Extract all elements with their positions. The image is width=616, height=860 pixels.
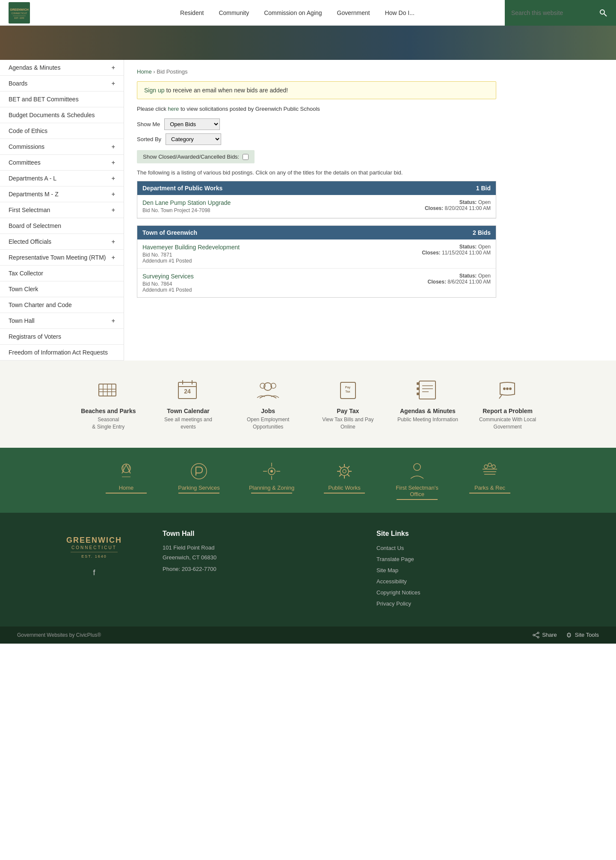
svg-text:GREENWICH: GREENWICH bbox=[10, 8, 29, 11]
dept-link-parking[interactable]: Parking Services bbox=[173, 461, 225, 494]
report-icon bbox=[494, 378, 521, 403]
home-icon bbox=[116, 461, 137, 482]
footer-social-icons: f bbox=[93, 568, 95, 577]
hero-banner bbox=[0, 26, 616, 60]
sorted-by-label: Sorted By bbox=[137, 136, 161, 142]
sidebar-item-charter[interactable]: Town Charter and Code bbox=[0, 297, 124, 313]
search-input[interactable] bbox=[511, 9, 597, 16]
footer-phone: Phone: 203-622-7700 bbox=[163, 566, 351, 572]
search-icon bbox=[599, 9, 607, 17]
breadcrumb-home[interactable]: Home bbox=[137, 68, 152, 75]
svg-point-55 bbox=[414, 464, 421, 470]
expand-icon: + bbox=[112, 64, 115, 71]
main-nav: Resident Community Commission on Aging G… bbox=[90, 9, 505, 16]
quick-link-pay-tax[interactable]: Pay Tax Pay Tax View Tax Bills and Pay O… bbox=[316, 378, 380, 431]
expand-icon: + bbox=[112, 238, 115, 245]
quick-link-report[interactable]: Report a Problem Communicate With Local … bbox=[476, 378, 540, 431]
sidebar-item-depts-m[interactable]: Departments M - Z + bbox=[0, 186, 124, 202]
bid-status: Status: Open Closes: 8/20/2024 11:00 AM bbox=[414, 199, 491, 211]
footer-logo-area: GREENWICH CONNECTICUT EST. 1640 f bbox=[51, 530, 137, 577]
svg-point-66 bbox=[537, 632, 539, 634]
bid-title-0-0[interactable]: Den Lane Pump Station Upgrade bbox=[142, 199, 231, 206]
show-closed-checkbox[interactable] bbox=[243, 154, 249, 160]
svg-line-70 bbox=[535, 635, 537, 637]
sidebar-item-first-selectman[interactable]: First Selectman + bbox=[0, 202, 124, 218]
dept-link-planning[interactable]: Planning & Zoning bbox=[246, 461, 297, 494]
share-icon bbox=[533, 632, 539, 638]
quick-link-jobs[interactable]: Jobs Open Employment Opportunities bbox=[236, 378, 300, 431]
pay-tax-icon: Pay Tax bbox=[334, 378, 362, 403]
nav-how-do-i[interactable]: How Do I... bbox=[385, 9, 415, 16]
site-footer: GREENWICH CONNECTICUT EST. 1640 f Town H… bbox=[0, 513, 616, 627]
breadcrumb: Home › Bid Postings bbox=[137, 68, 496, 75]
site-tools-button[interactable]: Site Tools bbox=[566, 632, 599, 638]
nav-community[interactable]: Community bbox=[219, 9, 249, 16]
sidebar-item-town-clerk[interactable]: Town Clerk bbox=[0, 281, 124, 297]
sidebar-item-tax-collector[interactable]: Tax Collector bbox=[0, 266, 124, 281]
logo-area[interactable]: GREENWICH CONNECTICUT EST. 1640 bbox=[0, 2, 90, 24]
footer-link-sitemap[interactable]: Site Map bbox=[376, 565, 565, 576]
nav-resident[interactable]: Resident bbox=[180, 9, 204, 16]
search-button[interactable] bbox=[597, 9, 610, 17]
sidebar-item-elected[interactable]: Elected Officials + bbox=[0, 234, 124, 250]
footer-link-copyright[interactable]: Copyright Notices bbox=[376, 587, 565, 598]
sidebar-item-depts-a[interactable]: Departments A - L + bbox=[0, 171, 124, 186]
dept-link-selectman[interactable]: First Selectman's Office bbox=[391, 461, 443, 500]
svg-text:GREENWICH: GREENWICH bbox=[66, 536, 122, 544]
quick-link-calendar[interactable]: 24 Town Calendar See all meetings and ev… bbox=[156, 378, 220, 431]
svg-text:EST. 1640: EST. 1640 bbox=[14, 17, 24, 19]
bid-title-1-0[interactable]: Havemeyer Building Redevelopment bbox=[142, 244, 240, 251]
sidebar-item-ethics[interactable]: Code of Ethics bbox=[0, 123, 124, 139]
bid-title-1-1[interactable]: Surveying Services bbox=[142, 273, 194, 280]
svg-point-31 bbox=[503, 387, 506, 390]
facebook-link[interactable]: f bbox=[93, 568, 95, 577]
bid-row: Surveying Services Bid No. 7864 Addendum… bbox=[137, 269, 496, 297]
quick-link-beaches[interactable]: Beaches and Parks Seasonal& Single Entry bbox=[76, 378, 140, 431]
quick-link-title: Agendas & Minutes bbox=[400, 408, 456, 414]
sidebar-item-registrars[interactable]: Registrars of Voters bbox=[0, 329, 124, 345]
svg-point-40 bbox=[270, 470, 273, 473]
footer-link-accessibility[interactable]: Accessibility bbox=[376, 576, 565, 587]
sidebar-item-commissions[interactable]: Commissions + bbox=[0, 139, 124, 155]
beaches-icon bbox=[95, 378, 122, 403]
share-button[interactable]: Share bbox=[533, 632, 557, 638]
schools-link[interactable]: here bbox=[168, 106, 179, 112]
footer-address-2: Greenwich, CT 06830 bbox=[163, 553, 351, 562]
dept-link-parks[interactable]: Parks & Rec bbox=[464, 461, 515, 494]
footer-link-translate[interactable]: Translate Page bbox=[376, 554, 565, 565]
greenwich-logo-icon: GREENWICH CONNECTICUT EST. 1640 bbox=[9, 2, 30, 24]
footer-link-contact[interactable]: Contact Us bbox=[376, 543, 565, 554]
nav-commission[interactable]: Commission on Aging bbox=[264, 9, 322, 16]
quick-link-agendas[interactable]: Agendas & Minutes Public Meeting Informa… bbox=[396, 378, 460, 423]
sidebar-item-bet[interactable]: BET and BET Committees bbox=[0, 92, 124, 107]
svg-point-61 bbox=[492, 465, 495, 468]
show-me-select[interactable]: Open Bids Closed Bids All Bids bbox=[164, 118, 220, 130]
sidebar-item-board-selectmen[interactable]: Board of Selectmen bbox=[0, 218, 124, 234]
search-area bbox=[505, 0, 616, 26]
dept-link-home[interactable]: Home bbox=[101, 461, 152, 494]
dept-link-label: Planning & Zoning bbox=[249, 485, 294, 491]
quick-link-desc: See all meetings and events bbox=[156, 416, 220, 431]
sidebar-item-agendas[interactable]: Agendas & Minutes + bbox=[0, 60, 124, 76]
quick-link-desc: View Tax Bills and Pay Online bbox=[316, 416, 380, 431]
dept-links-section: Home Parking Services Planning & Zoning bbox=[0, 448, 616, 513]
dept-link-public-works[interactable]: Public Works bbox=[319, 461, 370, 494]
nav-government[interactable]: Government bbox=[337, 9, 370, 16]
svg-text:CONNECTICUT: CONNECTICUT bbox=[12, 12, 27, 15]
jobs-icon bbox=[254, 378, 282, 403]
sidebar-item-foia[interactable]: Freedom of Information Act Requests bbox=[0, 345, 124, 361]
sidebar-item-boards[interactable]: Boards + bbox=[0, 76, 124, 92]
sidebar-item-town-hall[interactable]: Town Hall + bbox=[0, 313, 124, 329]
planning-icon bbox=[261, 461, 282, 482]
quick-link-title: Report a Problem bbox=[483, 408, 533, 414]
sidebar-item-committees[interactable]: Committees + bbox=[0, 155, 124, 171]
footer-link-privacy[interactable]: Privacy Policy bbox=[376, 598, 565, 609]
expand-icon: + bbox=[112, 207, 115, 213]
sorted-by-select[interactable]: Category Date Department bbox=[166, 133, 221, 145]
site-tools-icon bbox=[566, 632, 572, 638]
signup-link[interactable]: Sign up bbox=[144, 87, 164, 94]
svg-line-69 bbox=[535, 633, 537, 635]
svg-line-51 bbox=[339, 466, 341, 468]
sidebar-item-rtm[interactable]: Representative Town Meeting (RTM) + bbox=[0, 250, 124, 266]
sidebar-item-budget[interactable]: Budget Documents & Schedules bbox=[0, 107, 124, 123]
